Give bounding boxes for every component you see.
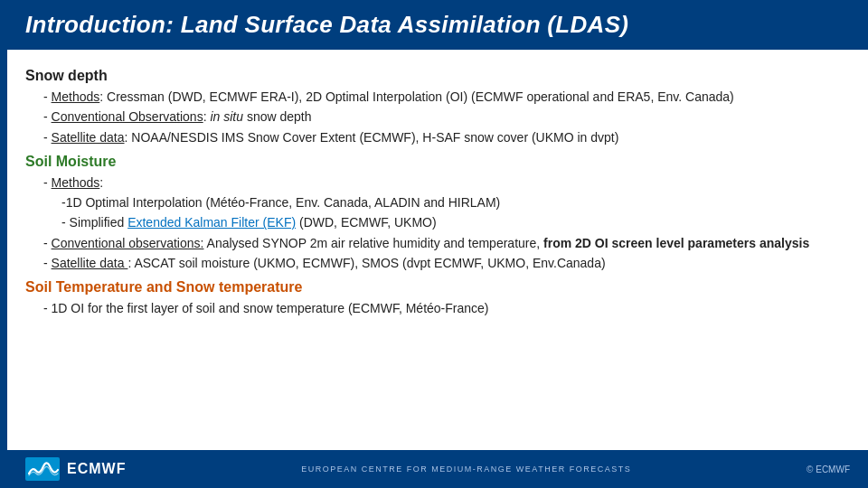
snow-depth-methods-text: : Cressman (DWD, ECMWF ERA-I), 2D Optima…: [99, 89, 734, 104]
soil-sub2-post: (DWD, ECMWF, UKMO): [296, 215, 437, 230]
footer-tagline: EUROPEAN CENTRE FOR MEDIUM-RANGE WEATHER…: [144, 465, 788, 474]
conv-obs-label: Conventional Observations: [52, 109, 203, 124]
soil-satellite-row: - Satellite data : ASCAT soil moisture (…: [25, 254, 841, 272]
left-accent: [0, 0, 7, 488]
main-content: Snow depth - Methods: Cressman (DWD, ECM…: [7, 50, 868, 329]
satellite-label: Satellite data: [52, 130, 125, 145]
soil-satellite-label: Satellite data: [52, 256, 128, 270]
footer-ecmwf-text: ECMWF: [67, 461, 126, 477]
soil-temp-text: - 1D OI for the first layer of soil and …: [25, 299, 841, 317]
soil-sub1-text: -1D Optimal Interpolation (Météo-France,…: [61, 195, 500, 210]
soil-conv-bold: from 2D OI screen level parameters analy…: [543, 236, 809, 250]
snow-depth-satellite-row: - Satellite data: NOAA/NESDIS IMS Snow C…: [25, 128, 841, 146]
slide: Introduction: Land Surface Data Assimila…: [0, 0, 868, 488]
ecmwf-logo-icon: [25, 457, 60, 481]
soil-conv-pre: Analysed SYNOP 2m air relative humidity …: [203, 236, 543, 250]
soil-conv-row: - Conventional observations: Analysed SY…: [25, 234, 841, 252]
title-bar: Introduction: Land Surface Data Assimila…: [7, 0, 868, 50]
in-situ-text: in situ: [210, 109, 243, 124]
soil-methods-label: Methods: [52, 175, 100, 190]
soil-methods-text: :: [99, 175, 103, 190]
conv-obs-text: snow depth: [243, 109, 312, 124]
soil-moisture-section: Soil Moisture - Methods: -1D Optimal Int…: [25, 154, 841, 272]
soil-sub2-pre: - Simplified: [61, 215, 127, 230]
satellite-text: : NOAA/NESDIS IMS Snow Cover Extent (ECM…: [125, 130, 619, 145]
soil-satellite-text: : ASCAT soil moisture (UKMO, ECMWF), SMO…: [127, 256, 605, 270]
soil-moisture-header: Soil Moisture: [25, 154, 841, 170]
snow-depth-section: Snow depth - Methods: Cressman (DWD, ECM…: [25, 68, 841, 146]
snow-depth-conv-row: - Conventional Observations: in situ sno…: [25, 108, 841, 126]
ekf-text: Extended Kalman Filter (EKF): [127, 215, 296, 230]
soil-conv-label: Conventional observations:: [52, 236, 204, 250]
footer: ECMWF EUROPEAN CENTRE FOR MEDIUM-RANGE W…: [7, 450, 868, 488]
snow-depth-methods-label: Methods: [52, 89, 100, 104]
soil-sub1-row: -1D Optimal Interpolation (Météo-France,…: [25, 193, 841, 211]
soil-sub2-row: - Simplified Extended Kalman Filter (EKF…: [25, 213, 841, 231]
soil-temp-section: Soil Temperature and Snow temperature - …: [25, 279, 841, 317]
soil-temp-header: Soil Temperature and Snow temperature: [25, 279, 841, 296]
snow-depth-header: Snow depth: [25, 68, 841, 84]
footer-copyright: © ECMWF: [807, 465, 850, 474]
soil-methods-row: - Methods:: [25, 174, 841, 192]
slide-title: Introduction: Land Surface Data Assimila…: [25, 11, 850, 39]
footer-logo-group: ECMWF: [25, 457, 126, 481]
snow-depth-methods-row: - Methods: Cressman (DWD, ECMWF ERA-I), …: [25, 88, 841, 106]
